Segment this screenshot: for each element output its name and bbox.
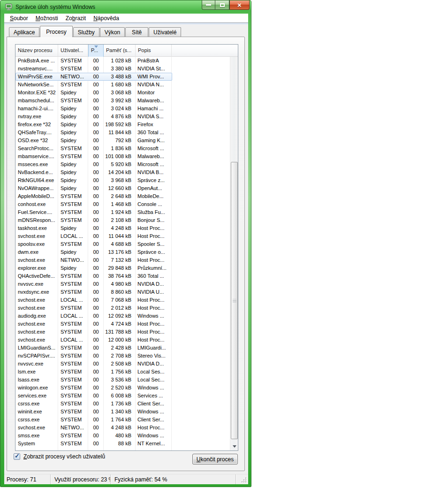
table-row[interactable]: conhost.exeSYSTEM001 468 kBConsole ...	[15, 200, 230, 208]
table-row[interactable]: nvtray.exeSpidey004 876 kBNVIDIA S...	[15, 113, 230, 121]
table-row[interactable]: nvSCPAPISvr....SYSTEM002 708 kBStereo Vi…	[15, 352, 230, 360]
table-row[interactable]: mbamschedul...SYSTEM003 992 kBMalwareb..…	[15, 97, 230, 105]
tab-procesy[interactable]: Procesy	[40, 26, 72, 37]
vertical-scrollbar[interactable]	[230, 45, 238, 450]
table-row[interactable]: explorer.exeSpidey0029 848 kBPrůzkumní..…	[15, 264, 230, 272]
table-row[interactable]: taskhost.exeSpidey004 248 kBHost Proc...	[15, 224, 230, 232]
cell-cpu: 00	[88, 256, 104, 264]
cell-memory: 11 844 kB	[104, 129, 136, 137]
cell-description: LMIGuardi...	[136, 344, 172, 352]
show-all-users-checkbox[interactable]: ✓	[14, 453, 20, 460]
table-row[interactable]: hamachi-2-ui....Spidey003 024 kBHamachi …	[15, 105, 230, 113]
tab-služby[interactable]: Služby	[73, 27, 99, 37]
cell-description: Microsoft ...	[136, 145, 172, 152]
table-row[interactable]: svchost.exeLOCAL ...0011 044 kBHost Proc…	[15, 232, 230, 240]
table-row[interactable]: QHSafeTray....Spidey0011 844 kB360 Total…	[15, 129, 230, 137]
menu-item-zobrazit[interactable]: Zobrazit	[62, 14, 90, 23]
cell-description: Služba Fu...	[136, 208, 172, 216]
table-row[interactable]: mDNSRespon...SYSTEM002 108 kBBonjour S..…	[15, 216, 230, 224]
table-row[interactable]: svchost.exeNETWO...004 248 kBHost Proc..…	[15, 424, 230, 432]
table-row[interactable]: wininit.exeSYSTEM001 340 kBWindows ...	[15, 408, 230, 416]
tab-uživatelé[interactable]: Uživatelé	[149, 27, 181, 37]
table-row[interactable]: smss.exeSYSTEM00480 kBWindows ...	[15, 432, 230, 440]
table-row[interactable]: Fuel.Service....SYSTEM001 924 kBSlužba F…	[15, 208, 230, 216]
table-row[interactable]: nvvsvc.exeSYSTEM004 980 kBNVIDIA D...	[15, 280, 230, 288]
cell-description: Windows ...	[136, 384, 172, 392]
table-row[interactable]: RtkNGUI64.exeSpidey003 968 kBSprávce z..…	[15, 176, 230, 184]
table-row[interactable]: svchost.exeLOCAL ...0012 000 kBHost Proc…	[15, 336, 230, 344]
titlebar[interactable]: Správce úloh systému Windows ×	[0, 0, 251, 14]
table-row[interactable]: nvxdsync.exeSYSTEM008 860 kBNVIDIA U...	[15, 288, 230, 296]
table-row[interactable]: LMIGuardianS...SYSTEM002 428 kBLMIGuardi…	[15, 344, 230, 352]
cell-name: Monitor.EXE *32	[15, 89, 58, 97]
column-header-user[interactable]: Uživatel...	[58, 45, 88, 57]
scroll-down-button[interactable]	[230, 442, 238, 450]
cell-memory: 1 836 kB	[104, 145, 136, 152]
cell-memory: 101 008 kB	[104, 152, 136, 160]
cell-memory: 2 648 kB	[104, 192, 136, 200]
table-row[interactable]: firefox.exe *32Spidey00198 592 kBFirefox	[15, 121, 230, 129]
cell-name: wininit.exe	[15, 408, 58, 416]
triangle-down-icon	[233, 445, 236, 448]
table-row[interactable]: svchost.exeNETWO...007 132 kBHost Proc..…	[15, 256, 230, 264]
tab-sítě[interactable]: Sítě	[125, 27, 148, 37]
end-process-button[interactable]: Ukončit proces	[192, 454, 238, 465]
table-row[interactable]: mbamservice....SYSTEM00101 008 kBMalware…	[15, 152, 230, 160]
maximize-button[interactable]	[215, 0, 229, 10]
table-row[interactable]: svchost.exeLOCAL ...007 068 kBHost Proc.…	[15, 296, 230, 304]
table-row[interactable]: QHActiveDefe...SYSTEM0038 764 kB360 Tota…	[15, 272, 230, 280]
cell-cpu: 00	[88, 440, 104, 448]
table-row[interactable]: svchost.exeSYSTEM002 012 kBHost Proc...	[15, 304, 230, 312]
table-row[interactable]: msseces.exeSpidey005 920 kBMicrosoft ...	[15, 160, 230, 168]
cell-description: Host Proc...	[136, 320, 172, 328]
table-row[interactable]: services.exeSYSTEM006 008 kBServices ...	[15, 392, 230, 400]
cell-cpu: 00	[88, 280, 104, 288]
status-bar: Procesy: 71 Využití procesoru: 23 % Fyzi…	[4, 474, 248, 484]
cell-cpu: 00	[88, 232, 104, 240]
cell-name: System	[15, 440, 58, 448]
table-row[interactable]: SearchProtoc...SYSTEM001 836 kBMicrosoft…	[15, 145, 230, 152]
table-row[interactable]: svchost.exeSYSTEM00131 788 kBHost Proc..…	[15, 328, 230, 336]
table-row[interactable]: SystemSYSTEM0088 kBNT Kernel...	[15, 440, 230, 448]
check-icon: ✓	[15, 452, 20, 459]
table-row[interactable]: audiodg.exeLOCAL ...0012 092 kBWindows .…	[15, 312, 230, 320]
table-row[interactable]: svchost.exeSYSTEM004 724 kBHost Proc...	[15, 320, 230, 328]
table-row[interactable]: NvNetworkSe...SYSTEM001 680 kBNVIDIA N..…	[15, 81, 230, 89]
menu-item-napoveda[interactable]: Nápověda	[90, 14, 123, 23]
table-row[interactable]: lsass.exeSYSTEM003 536 kBLocal Sec...	[15, 376, 230, 384]
cell-cpu: 00	[88, 145, 104, 152]
table-row[interactable]: dwm.exeSpidey0013 176 kBSprávce o...	[15, 248, 230, 256]
table-row[interactable]: WmiPrvSE.exeNETWO...003 488 kBWMI Prov..…	[15, 73, 172, 81]
scrollbar-thumb[interactable]	[231, 162, 238, 439]
cell-memory: 198 592 kB	[104, 121, 136, 129]
cell-cpu: 00	[88, 57, 104, 65]
table-row[interactable]: winlogon.exeSYSTEM002 520 kBWindows ...	[15, 384, 230, 392]
column-header-cpu[interactable]: P...	[88, 45, 104, 57]
tab-výkon[interactable]: Výkon	[100, 27, 125, 37]
menu-item-moznosti[interactable]: Možnosti	[32, 14, 62, 23]
cell-user: Spidey	[58, 113, 88, 121]
column-header-memory[interactable]: Paměť (s...	[104, 45, 136, 57]
table-row[interactable]: AppleMobileD...SYSTEM002 648 kBMobileDe.…	[15, 192, 230, 200]
table-row[interactable]: lsm.exeSYSTEM001 756 kBLocal Ses...	[15, 368, 230, 376]
tab-aplikace[interactable]: Aplikace	[9, 27, 39, 37]
table-row[interactable]: csrss.exeSYSTEM001 764 kBClient Ser...	[15, 416, 230, 424]
table-row[interactable]: NvBackend.e...Spidey0014 204 kBNVIDIA B.…	[15, 168, 230, 176]
close-button[interactable]: ×	[229, 0, 250, 10]
table-row[interactable]: csrss.exeSYSTEM001 736 kBClient Ser...	[15, 400, 230, 408]
table-row[interactable]: nvstreamsvc....SYSTEM003 380 kBNVIDIA St…	[15, 65, 230, 73]
table-row[interactable]: nvvsvc.exeSYSTEM002 508 kBNVIDIA D...	[15, 360, 230, 368]
cell-name: nvSCPAPISvr....	[15, 352, 58, 360]
menu-item-soubor[interactable]: Soubor	[6, 14, 32, 23]
table-row[interactable]: NvOAWrappe...Spidey0012 660 kBOpenAut...	[15, 184, 230, 192]
table-row[interactable]: OSD.exe *32Spidey00792 kBGaming K...	[15, 137, 230, 145]
column-header-description[interactable]: Popis	[136, 45, 172, 57]
sort-descending-icon	[94, 46, 98, 48]
table-row[interactable]: Monitor.EXE *32Spidey003 068 kBMonitor	[15, 89, 230, 97]
minimize-button[interactable]	[202, 0, 215, 10]
column-header-name[interactable]: Název procesu	[15, 45, 58, 57]
table-row[interactable]: spoolsv.exeSYSTEM004 688 kBSpooler S...	[15, 240, 230, 248]
cell-cpu: 00	[88, 240, 104, 248]
table-row[interactable]: PnkBstrA.exe ...SYSTEM001 028 kBPnkBstrA	[15, 57, 230, 65]
resize-grip[interactable]	[241, 477, 247, 483]
